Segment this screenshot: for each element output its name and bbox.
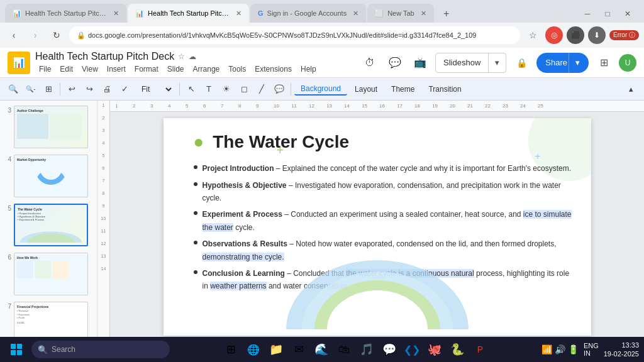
- error-badge[interactable]: Error ⓘ: [609, 30, 639, 40]
- zoom-display[interactable]: Fit50%75%100%: [134, 81, 176, 97]
- theme-btn[interactable]: Theme: [385, 84, 421, 95]
- taskbar-app-widgets[interactable]: ⊞: [221, 339, 241, 359]
- maximize-button[interactable]: □: [599, 5, 616, 23]
- tab4-close[interactable]: ✕: [421, 9, 426, 18]
- taskbar-app-python[interactable]: 🐍: [447, 339, 467, 359]
- slide-canvas[interactable]: + + ● The Water Cycle Project Introducti…: [164, 118, 591, 336]
- lock-icon[interactable]: 🔒: [511, 53, 531, 73]
- fit-btn[interactable]: ⊞: [40, 81, 57, 97]
- bookmark-button[interactable]: ☆: [524, 26, 541, 44]
- layout-btn[interactable]: Layout: [348, 84, 384, 95]
- address-input[interactable]: 🔒 docs.google.com/presentation/d/1vhkvqM…: [69, 26, 520, 44]
- menu-format[interactable]: Format: [131, 63, 162, 75]
- zoom-select[interactable]: Fit50%75%100%: [136, 82, 174, 97]
- undo-btn[interactable]: ↩: [64, 81, 80, 97]
- menu-extensions[interactable]: Extensions: [251, 63, 296, 75]
- share-button[interactable]: Share ▾: [536, 53, 589, 73]
- background-btn[interactable]: Background: [294, 83, 347, 96]
- taskbar-app-mail[interactable]: ✉: [289, 339, 309, 359]
- bullet-dot-4: [194, 241, 197, 244]
- taskbar-language[interactable]: ENGIN: [584, 342, 599, 357]
- horizontal-ruler: 1 2 3 4 5 6 7 8 9 10 11 12 13 14 15 16 1: [110, 101, 644, 112]
- refresh-button[interactable]: ↻: [48, 26, 65, 44]
- taskbar-app-chrome[interactable]: 🌐: [243, 339, 264, 359]
- taskbar-volume-icon[interactable]: 🔊: [555, 344, 565, 354]
- menu-help[interactable]: Help: [297, 63, 320, 75]
- tab1-favicon: 📊: [13, 9, 21, 18]
- image-btn[interactable]: ☀: [218, 81, 235, 97]
- minimize-button[interactable]: ─: [579, 5, 596, 23]
- taskbar-apps: ⊞ 🌐 📁 ✉ 🌊 🛍 🎵 💬 ❮❯ 🐙 🐍 P: [174, 339, 538, 359]
- bullet-text-3: Experiment & Process – Conducted an expe…: [203, 208, 576, 234]
- zoom-in-btn[interactable]: 🔍: [5, 81, 21, 97]
- slideshow-dropdown-icon[interactable]: ▾: [488, 53, 506, 73]
- taskbar-app-git[interactable]: 🐙: [425, 339, 445, 359]
- user-avatar[interactable]: U: [619, 54, 636, 72]
- cursor-btn[interactable]: ↖: [183, 81, 199, 97]
- present-button[interactable]: 📺: [410, 53, 430, 73]
- taskbar-app-discord[interactable]: 💬: [379, 339, 399, 359]
- browser-tab-3[interactable]: G Sign in - Google Accounts ✕: [250, 4, 366, 23]
- menu-tools[interactable]: Tools: [225, 63, 250, 75]
- menu-edit[interactable]: Edit: [56, 63, 77, 75]
- history-button[interactable]: ⏱: [360, 53, 380, 73]
- browser-chrome: 📊 Health Tech Startup Pitch Dec... ✕ 📊 H…: [0, 0, 644, 48]
- print-btn[interactable]: 🖨: [99, 81, 115, 97]
- taskbar-app-edge[interactable]: 🌊: [311, 339, 331, 359]
- slide-title[interactable]: ● The Water Cycle: [194, 132, 350, 152]
- slide-thumb-3[interactable]: 3 Author Challenge: [3, 103, 94, 151]
- comment-btn[interactable]: 💬: [271, 81, 287, 97]
- text-btn[interactable]: T: [201, 81, 217, 97]
- menu-arrange[interactable]: Arrange: [189, 63, 224, 75]
- slide-thumb-4[interactable]: 4 Market Opportunity: [3, 152, 94, 200]
- spell-btn[interactable]: ✓: [116, 81, 133, 97]
- slide-thumb-5[interactable]: 5 The Water Cycle • Project Introduction…: [3, 201, 94, 249]
- tab1-close[interactable]: ✕: [113, 9, 119, 18]
- view-options-button[interactable]: ⊞: [594, 53, 614, 73]
- tab-bar: 📊 Health Tech Startup Pitch Dec... ✕ 📊 H…: [0, 0, 644, 23]
- taskbar-app-spotify[interactable]: 🎵: [357, 339, 377, 359]
- browser-tab-1[interactable]: 📊 Health Tech Startup Pitch Dec... ✕: [5, 4, 126, 23]
- zoom-out-btn[interactable]: 🔍-: [23, 81, 39, 97]
- v-ruler-numbers: 1 2 3 4 5 6 7 8 9 10 11 12 13 14: [101, 103, 106, 279]
- menu-view[interactable]: View: [78, 63, 102, 75]
- line-btn[interactable]: ╱: [253, 81, 270, 97]
- tab3-close[interactable]: ✕: [353, 9, 358, 18]
- menu-file[interactable]: File: [35, 63, 55, 75]
- taskbar-app-powerpoint[interactable]: P: [470, 339, 490, 359]
- taskbar-app-store[interactable]: 🛍: [334, 339, 354, 359]
- taskbar-datetime[interactable]: 13:33 19-02-2025: [604, 341, 639, 359]
- forward-button[interactable]: ›: [26, 26, 44, 44]
- menu-slide[interactable]: Slide: [164, 63, 188, 75]
- taskbar-network-icon[interactable]: 📶: [541, 344, 552, 354]
- comments-button[interactable]: 💬: [385, 53, 405, 73]
- browser-tab-2[interactable]: 📊 Health Tech Startup Pitch Deck ✕: [128, 4, 249, 23]
- new-tab-button[interactable]: +: [438, 5, 455, 23]
- profile-icon-red[interactable]: ◎: [545, 26, 563, 44]
- star-icon[interactable]: ☆: [178, 52, 185, 61]
- shape-btn[interactable]: ◻: [236, 81, 252, 97]
- extensions-button[interactable]: ⬛: [567, 26, 584, 44]
- taskbar-app-vscode[interactable]: ❮❯: [402, 339, 422, 359]
- slides-panel: 3 Author Challenge 4 Market Opportunity: [0, 101, 97, 362]
- tab2-title: Health Tech Startup Pitch Deck: [148, 9, 230, 17]
- tab4-favicon: ⬜: [375, 9, 384, 18]
- cloud-icon[interactable]: ☁: [189, 52, 196, 61]
- transition-btn[interactable]: Transition: [422, 84, 467, 95]
- browser-tab-4[interactable]: ⬜ New Tab ✕: [367, 4, 434, 23]
- download-button[interactable]: ⬇: [588, 26, 606, 44]
- taskbar-date-text: 19-02-2025: [604, 350, 639, 358]
- taskbar-app-explorer[interactable]: 📁: [266, 339, 286, 359]
- collapse-btn[interactable]: ▴: [623, 81, 639, 97]
- tab2-close[interactable]: ✕: [236, 9, 242, 18]
- taskbar-search-box[interactable]: 🔍 Search: [31, 341, 170, 358]
- slideshow-button[interactable]: Slideshow ▾: [435, 53, 506, 73]
- slide-thumb-6[interactable]: 6 How We Work: [3, 250, 94, 298]
- start-button[interactable]: [5, 338, 28, 361]
- close-button[interactable]: ✕: [619, 5, 636, 23]
- taskbar-battery-icon[interactable]: 🔋: [568, 344, 579, 354]
- menu-insert[interactable]: Insert: [103, 63, 130, 75]
- back-button[interactable]: ‹: [5, 26, 23, 44]
- share-dropdown-icon[interactable]: ▾: [569, 53, 586, 73]
- redo-btn[interactable]: ↪: [81, 81, 97, 97]
